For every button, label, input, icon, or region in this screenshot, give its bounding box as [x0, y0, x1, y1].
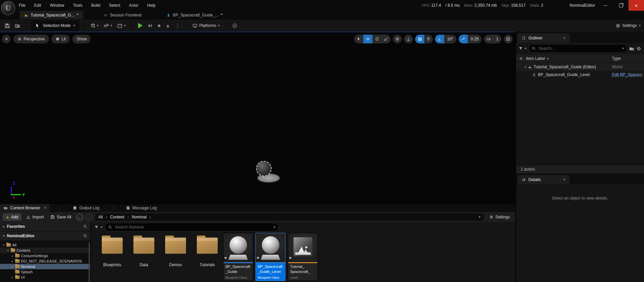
source-section-header[interactable]: ▾ NominalEditor — [0, 232, 90, 240]
add-button[interactable]: + Add — [3, 213, 22, 221]
chevron-down-icon[interactable]: ▾ — [6, 249, 9, 252]
asset-search-input[interactable] — [114, 224, 272, 230]
blueprints-dropdown[interactable]: ▾ — [102, 22, 114, 30]
scale-tool-button[interactable] — [381, 35, 391, 43]
lit-dropdown[interactable]: Lit — [52, 35, 70, 43]
world-local-toggle[interactable] — [393, 35, 402, 43]
asset-card-bp_spacecraft_guide[interactable]: *BP_Spacecraft _GuideBlueprint Class — [223, 233, 253, 281]
maximize-viewport-button[interactable] — [504, 35, 513, 43]
platforms-dropdown[interactable]: Platforms ▾ — [191, 22, 221, 30]
play-button[interactable] — [137, 22, 144, 30]
chevron-down-icon[interactable]: ▾ — [101, 225, 102, 229]
filter-icon[interactable] — [519, 46, 523, 50]
eject-button[interactable]: ▲ — [164, 22, 172, 29]
close-tab-icon[interactable]: × — [563, 36, 565, 40]
type-column-header[interactable]: Type — [609, 56, 644, 61]
camera-speed-value[interactable]: 1 — [493, 35, 501, 43]
item-label-column-header[interactable]: Item Label ▲ — [526, 56, 609, 61]
tree-item-ui[interactable]: ▸UI — [0, 275, 90, 280]
browse-content-button[interactable] — [13, 22, 21, 30]
chevron-down-icon[interactable]: ▾ — [525, 47, 526, 50]
menu-build[interactable]: Build — [91, 3, 100, 8]
folder-tile-demos[interactable]: Demos — [160, 233, 191, 267]
move-tool-button[interactable] — [363, 35, 372, 43]
validation-status-button[interactable] — [231, 22, 239, 30]
tab-content-browser[interactable]: Content Browser× — [0, 204, 50, 212]
folder-tile-data[interactable]: Data — [128, 233, 160, 267]
stop-button[interactable]: ■ — [156, 22, 162, 29]
show-dropdown[interactable]: Show — [72, 35, 91, 43]
asset-card-tutorial_spacecraft_[interactable]: *Tutorial_ Spacecraft_Level — [288, 233, 318, 281]
asset-search-box[interactable]: ▾ — [105, 223, 279, 232]
content-browser-settings-button[interactable]: Settings — [487, 215, 513, 219]
editor-tab-2[interactable]: Session Frontend — [99, 11, 146, 19]
outliner-row[interactable]: ▾Tutorial_Spacecraft_Guide (Editor)World — [516, 63, 644, 71]
outliner-settings-gear-icon[interactable] — [636, 46, 641, 51]
grid-snap-toggle[interactable] — [415, 35, 424, 43]
selected-actor-sphere[interactable] — [256, 161, 272, 176]
viewport-options-button[interactable]: ≡ — [2, 35, 11, 43]
chevron-right-icon[interactable]: ▸ — [11, 276, 14, 279]
search-icon[interactable] — [83, 234, 87, 238]
chevron-down-icon[interactable]: ▾ — [274, 225, 275, 229]
selection-mode-dropdown[interactable]: Selection Mode ▾ — [31, 21, 79, 31]
menu-file[interactable]: File — [19, 3, 25, 8]
menu-window[interactable]: Window — [50, 3, 64, 8]
filter-icon[interactable] — [94, 225, 98, 229]
rotation-snap-toggle[interactable] — [435, 35, 444, 43]
back-button[interactable]: ← — [76, 214, 83, 220]
cinematics-dropdown[interactable]: ▾ — [116, 22, 127, 30]
menu-edit[interactable]: Edit — [34, 3, 41, 8]
restore-button[interactable] — [613, 0, 628, 11]
tree-item-splash[interactable]: Splash — [0, 269, 90, 275]
add-actor-dropdown[interactable]: + ▾ — [89, 22, 100, 30]
close-tab-icon[interactable]: × — [44, 206, 46, 210]
search-icon[interactable] — [83, 224, 87, 228]
editor-tab-1[interactable]: Tutorial_Spacecraft_G...* — [20, 11, 83, 19]
save-all-button[interactable]: Save All — [49, 215, 73, 219]
tree-item-do_not_release_scenarios[interactable]: ▸DO_NOT_RELEASE_SCENARIOS — [0, 258, 90, 264]
rotation-snap-value[interactable]: 10° — [444, 35, 456, 43]
menu-help[interactable]: Help — [147, 3, 156, 8]
tab-details[interactable]: Details × — [518, 175, 570, 184]
save-button[interactable] — [3, 22, 11, 30]
favorites-section-header[interactable]: ▸ Favorites — [0, 222, 90, 231]
expand-arrow-icon[interactable]: ▾ — [525, 65, 526, 69]
breadcrumb[interactable]: All›Content›Nominal› ▾ — [95, 213, 484, 221]
outliner-search-input[interactable] — [538, 46, 620, 51]
add-folder-icon[interactable]: + — [629, 46, 634, 51]
import-button[interactable]: Import — [24, 215, 46, 219]
rotate-tool-button[interactable] — [372, 35, 381, 43]
tree-item-cesiumsettings[interactable]: ▸CesiumSettings — [0, 253, 90, 258]
edit-blueprint-link[interactable]: Edit BP_Spacecr — [612, 72, 644, 77]
select-tool-button[interactable] — [354, 35, 363, 43]
outliner-row[interactable]: BP_Spacecraft_Guide_LevelEdit BP_Spacecr — [516, 71, 644, 78]
forward-button[interactable]: → — [86, 214, 92, 220]
asset-card-bp_spacecraft_guide_level[interactable]: *BP_Spacecraft _Guide_LevelBlueprint Cla… — [255, 233, 285, 281]
minimize-button[interactable] — [597, 0, 613, 11]
level-viewport[interactable]: ≡ Perspective Lit Show 5 — [0, 32, 515, 203]
sidebar-scrollbar[interactable] — [89, 242, 90, 282]
breadcrumb-all[interactable]: All — [98, 215, 103, 219]
surface-snapping-button[interactable] — [404, 35, 413, 43]
skip-frame-button[interactable] — [146, 22, 154, 30]
settings-dropdown[interactable]: Settings ▾ — [615, 23, 641, 28]
visibility-column-header[interactable] — [516, 57, 526, 61]
breadcrumb-content[interactable]: Content — [110, 215, 124, 219]
close-button[interactable]: × — [628, 0, 644, 11]
folder-tile-blueprints[interactable]: Blueprints — [96, 233, 128, 267]
chevron-right-icon[interactable]: ▸ — [11, 260, 14, 263]
chevron-down-icon[interactable]: ▾ — [622, 47, 624, 50]
tab-output-log[interactable]: Output Log — [69, 204, 103, 212]
chevron-right-icon[interactable]: ▸ — [11, 254, 14, 257]
tab-outliner[interactable]: Outliner × — [518, 33, 570, 43]
camera-speed-button[interactable] — [484, 35, 493, 43]
editor-tab-3[interactable]: BP_Spacecraft_Guide_...* — [162, 11, 227, 19]
scale-snap-value[interactable]: 0.25 — [468, 35, 482, 43]
chevron-right-icon[interactable]: ▸ — [11, 265, 14, 268]
menu-actor[interactable]: Actor — [129, 3, 139, 8]
close-tab-icon[interactable]: × — [563, 177, 565, 182]
tree-item-nominal[interactable]: ▸Nominal — [0, 264, 90, 269]
path-dropdown-icon[interactable]: ▾ — [479, 215, 481, 219]
chevron-down-icon[interactable]: ▾ — [2, 244, 5, 247]
